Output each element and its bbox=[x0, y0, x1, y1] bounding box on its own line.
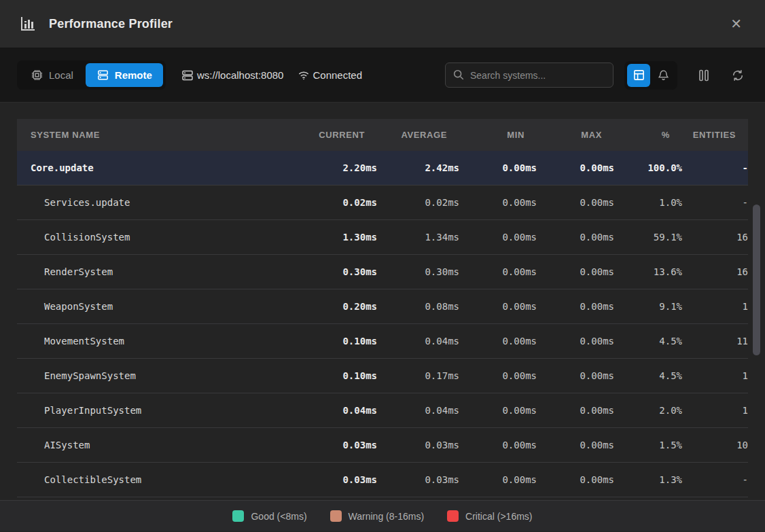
cell-min: 0.00ms bbox=[459, 474, 537, 485]
refresh-button[interactable] bbox=[728, 65, 748, 86]
cell-max: 0.00ms bbox=[537, 370, 614, 381]
cell-current: 1.30ms bbox=[302, 232, 377, 243]
cell-min: 0.00ms bbox=[459, 336, 537, 347]
column-header-current[interactable]: CURRENT bbox=[302, 130, 377, 140]
column-header-entities[interactable]: ENTITIES bbox=[682, 130, 748, 140]
cell-percent: 59.1% bbox=[614, 232, 682, 243]
table-icon bbox=[633, 69, 645, 82]
cell-name: WeaponSystem bbox=[17, 301, 302, 312]
cell-name: Services.update bbox=[17, 197, 302, 208]
cell-min: 0.00ms bbox=[459, 197, 537, 208]
table-row[interactable]: EnemySpawnSystem0.10ms0.17ms0.00ms0.00ms… bbox=[17, 359, 748, 393]
table-view-button[interactable] bbox=[627, 64, 650, 87]
cell-average: 0.02ms bbox=[377, 197, 459, 208]
local-mode-button[interactable]: Local bbox=[20, 63, 84, 87]
bell-icon bbox=[657, 69, 670, 82]
bar-chart-icon bbox=[19, 15, 37, 33]
legend-label: Good (<8ms) bbox=[251, 511, 306, 522]
cell-average: 0.08ms bbox=[377, 301, 459, 312]
legend-label: Warning (8-16ms) bbox=[349, 511, 425, 522]
cell-name: CollectibleSystem bbox=[17, 474, 302, 485]
table-row-partial bbox=[17, 497, 748, 500]
cell-entities: - bbox=[682, 162, 748, 173]
cell-average: 0.30ms bbox=[377, 266, 459, 277]
titlebar: Performance Profiler ✕ bbox=[0, 0, 765, 48]
search-box bbox=[445, 63, 613, 88]
scrollbar-thumb[interactable] bbox=[753, 205, 760, 355]
legend-swatch bbox=[330, 510, 342, 522]
cpu-icon bbox=[31, 69, 43, 82]
cell-max: 0.00ms bbox=[537, 162, 614, 173]
cell-percent: 13.6% bbox=[614, 266, 682, 277]
alerts-button[interactable] bbox=[652, 64, 675, 87]
cell-average: 2.42ms bbox=[377, 162, 459, 173]
cell-max: 0.00ms bbox=[537, 301, 614, 312]
wifi-icon bbox=[297, 69, 310, 82]
mode-switch: Local Remote bbox=[17, 60, 166, 90]
connection-status: Connected bbox=[297, 69, 362, 82]
table-row[interactable]: PlayerInputSystem0.04ms0.04ms0.00ms0.00m… bbox=[17, 393, 748, 428]
cell-current: 0.03ms bbox=[302, 474, 377, 485]
column-header-max[interactable]: MAX bbox=[537, 130, 614, 140]
cell-percent: 1.0% bbox=[614, 197, 682, 208]
column-header-average[interactable]: AVERAGE bbox=[377, 130, 459, 140]
column-header-system-name[interactable]: SYSTEM NAME bbox=[17, 130, 302, 140]
search-icon bbox=[452, 69, 465, 81]
refresh-icon bbox=[731, 69, 745, 82]
table-row[interactable]: MovementSystem0.10ms0.04ms0.00ms0.00ms4.… bbox=[17, 324, 748, 359]
cell-name: CollisionSystem bbox=[17, 232, 302, 243]
cell-average: 0.04ms bbox=[377, 405, 459, 416]
legend-item: Good (<8ms) bbox=[232, 510, 306, 522]
cell-current: 0.02ms bbox=[302, 197, 377, 208]
table-row[interactable]: RenderSystem0.30ms0.30ms0.00ms0.00ms13.6… bbox=[17, 255, 748, 289]
legend-label: Critical (>16ms) bbox=[465, 511, 532, 522]
cell-min: 0.00ms bbox=[459, 440, 537, 450]
page-title: Performance Profiler bbox=[49, 17, 173, 31]
table-row[interactable]: Services.update0.02ms0.02ms0.00ms0.00ms1… bbox=[17, 185, 748, 220]
cell-name: Core.update bbox=[17, 162, 302, 173]
table-row[interactable]: CollectibleSystem0.03ms0.03ms0.00ms0.00m… bbox=[17, 463, 748, 497]
remote-mode-label: Remote bbox=[115, 69, 152, 81]
column-header-min[interactable]: MIN bbox=[459, 130, 537, 140]
cell-max: 0.00ms bbox=[537, 440, 614, 450]
cell-min: 0.00ms bbox=[459, 162, 537, 173]
local-mode-label: Local bbox=[49, 69, 73, 81]
cell-current: 2.20ms bbox=[302, 162, 377, 173]
cell-name: MovementSystem bbox=[17, 336, 302, 347]
cell-entities: 1 bbox=[682, 405, 748, 416]
legend-swatch bbox=[447, 510, 459, 522]
legend-item: Critical (>16ms) bbox=[447, 510, 532, 522]
connection-url-text: ws://localhost:8080 bbox=[197, 69, 284, 81]
cell-average: 0.03ms bbox=[377, 474, 459, 485]
pause-icon bbox=[698, 69, 710, 82]
remote-mode-button[interactable]: Remote bbox=[86, 63, 163, 87]
pause-button[interactable] bbox=[694, 65, 714, 86]
cell-max: 0.00ms bbox=[537, 232, 614, 243]
cell-entities: - bbox=[682, 197, 748, 208]
table-area: SYSTEM NAMECURRENTAVERAGEMINMAX%ENTITIES… bbox=[0, 103, 765, 500]
cell-current: 0.04ms bbox=[302, 405, 377, 416]
legend-bar: Good (<8ms)Warning (8-16ms)Critical (>16… bbox=[0, 500, 765, 531]
cell-percent: 1.3% bbox=[614, 474, 682, 485]
table-row[interactable]: WeaponSystem0.20ms0.08ms0.00ms0.00ms9.1%… bbox=[17, 289, 748, 324]
cell-average: 0.03ms bbox=[377, 440, 459, 450]
legend-swatch bbox=[232, 510, 244, 522]
legend-item: Warning (8-16ms) bbox=[330, 510, 425, 522]
cell-average: 0.04ms bbox=[377, 336, 459, 347]
cell-entities: 1 bbox=[682, 370, 748, 381]
cell-entities: 1 bbox=[682, 301, 748, 312]
connection-status-text: Connected bbox=[313, 69, 362, 81]
table-row[interactable]: CollisionSystem1.30ms1.34ms0.00ms0.00ms5… bbox=[17, 220, 748, 255]
table-row[interactable]: Core.update2.20ms2.42ms0.00ms0.00ms100.0… bbox=[17, 151, 748, 185]
cell-min: 0.00ms bbox=[459, 370, 537, 381]
cell-entities: 16 bbox=[682, 232, 748, 243]
column-header-[interactable]: % bbox=[614, 130, 682, 140]
search-input[interactable] bbox=[445, 63, 613, 88]
close-button[interactable]: ✕ bbox=[726, 13, 746, 35]
cell-entities: 10 bbox=[682, 440, 748, 450]
cell-entities: 11 bbox=[682, 336, 748, 347]
cell-max: 0.00ms bbox=[537, 266, 614, 277]
cell-max: 0.00ms bbox=[537, 405, 614, 416]
cell-name: PlayerInputSystem bbox=[17, 405, 302, 416]
table-row[interactable]: AISystem0.03ms0.03ms0.00ms0.00ms1.5%10 bbox=[17, 428, 748, 463]
